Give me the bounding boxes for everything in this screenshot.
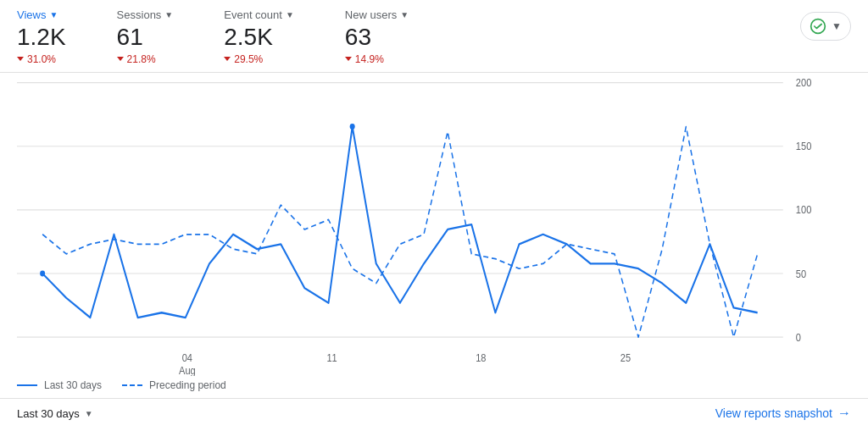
svg-text:25: 25: [620, 351, 632, 364]
legend-dashed: Preceding period: [122, 379, 226, 391]
sessions-chevron-icon: ▼: [164, 10, 173, 19]
svg-text:150: 150: [796, 140, 812, 152]
legend-dashed-line: [122, 384, 142, 386]
metric-views-value: 1.2K: [17, 23, 66, 52]
metric-event-count-label: Event count ▼: [224, 8, 294, 21]
period-label: Last 30 days: [17, 407, 80, 420]
metric-new-users-change: 14.9%: [345, 53, 409, 65]
svg-text:04: 04: [182, 351, 193, 364]
metric-event-count-change: 29.5%: [224, 53, 294, 65]
chart-dot: [40, 270, 45, 276]
svg-text:Aug: Aug: [179, 364, 196, 376]
views-down-arrow-icon: [17, 57, 24, 61]
checkmark-circle-icon: [810, 18, 826, 35]
svg-text:18: 18: [476, 351, 487, 364]
metric-views-label: Views ▼: [17, 8, 66, 21]
views-chevron-icon: ▼: [49, 10, 58, 19]
metric-event-count[interactable]: Event count ▼ 2.5K 29.5%: [224, 8, 294, 65]
svg-text:100: 100: [796, 203, 812, 216]
compare-chevron-icon: ▼: [832, 20, 842, 32]
svg-text:11: 11: [326, 351, 337, 364]
arrow-right-icon: →: [837, 406, 851, 421]
metric-views-change: 31.0%: [17, 53, 66, 65]
chart-legend: Last 30 days Preceding period: [0, 376, 868, 398]
svg-text:0: 0: [796, 331, 801, 344]
event-count-down-arrow-icon: [224, 57, 231, 61]
metric-new-users[interactable]: New users ▼ 63 14.9%: [345, 8, 409, 65]
analytics-widget: Views ▼ 1.2K 31.0% Sessions ▼ 61 21.8%: [0, 0, 868, 431]
solid-line: [42, 126, 758, 317]
view-reports-link[interactable]: View reports snapshot →: [715, 406, 851, 421]
chart-container: 200 150 100 50 0 04 Aug 11 18 25: [0, 73, 868, 376]
legend-solid: Last 30 days: [17, 379, 102, 391]
footer-row: Last 30 days ▼ View reports snapshot →: [0, 398, 868, 431]
svg-text:50: 50: [796, 267, 807, 279]
dashed-line: [42, 126, 758, 337]
chart-dot: [350, 124, 355, 130]
metric-new-users-label: New users ▼: [345, 8, 409, 21]
metric-new-users-value: 63: [345, 23, 409, 52]
metric-views[interactable]: Views ▼ 1.2K 31.0%: [17, 8, 66, 65]
new-users-down-arrow-icon: [345, 57, 352, 61]
metric-sessions-label: Sessions ▼: [117, 8, 174, 21]
sessions-down-arrow-icon: [117, 57, 124, 61]
period-chevron-icon: ▼: [85, 409, 93, 418]
metric-event-count-value: 2.5K: [224, 23, 294, 52]
event-count-chevron-icon: ▼: [286, 10, 294, 19]
compare-button[interactable]: ▼: [800, 12, 851, 41]
metric-sessions-change: 21.8%: [117, 53, 174, 65]
metrics-row: Views ▼ 1.2K 31.0% Sessions ▼ 61 21.8%: [0, 0, 868, 73]
metric-sessions[interactable]: Sessions ▼ 61 21.8%: [117, 8, 174, 65]
new-users-chevron-icon: ▼: [400, 10, 409, 19]
line-chart: 200 150 100 50 0 04 Aug 11 18 25: [17, 73, 826, 376]
legend-solid-label: Last 30 days: [44, 379, 102, 391]
legend-dashed-label: Preceding period: [149, 379, 226, 391]
period-selector[interactable]: Last 30 days ▼: [17, 407, 93, 420]
view-reports-label: View reports snapshot: [715, 406, 832, 420]
svg-text:200: 200: [796, 76, 812, 89]
metric-sessions-value: 61: [117, 23, 174, 52]
legend-solid-line: [17, 384, 37, 386]
